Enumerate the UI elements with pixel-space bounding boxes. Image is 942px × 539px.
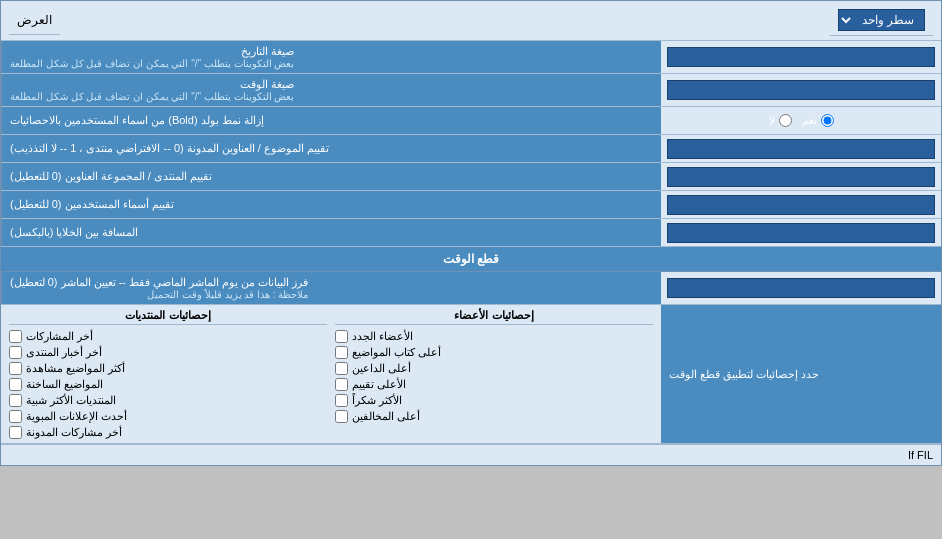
cb-top-violators-check[interactable] bbox=[335, 410, 348, 423]
sort-users-input[interactable]: 0 bbox=[667, 195, 935, 215]
bold-remove-label: إزالة نمط بولد (Bold) من اسماء المستخدمي… bbox=[1, 107, 661, 134]
select-area: سطر واحد سطرين ثلاثة أسطر bbox=[830, 5, 933, 36]
date-format-label: صيغة التاريخ بعض التكوينات يتطلب "/" الت… bbox=[1, 41, 661, 73]
cb-latest-classified: أحدث الإعلانات المبوية bbox=[9, 410, 327, 423]
sort-forum-label: تقييم المنتدى / المجموعة العناوين (0 للت… bbox=[1, 163, 661, 190]
time-cut-input-area: 0 bbox=[661, 272, 941, 304]
cell-spacing-input[interactable]: 2 bbox=[667, 223, 935, 243]
display-select[interactable]: سطر واحد سطرين ثلاثة أسطر bbox=[838, 9, 925, 31]
checkbox-col-forums: إحصائيات المنتديات أخر المشاركات أخر أخب… bbox=[5, 309, 331, 439]
cb-latest-classified-check[interactable] bbox=[9, 410, 22, 423]
cb-most-thanked-check[interactable] bbox=[335, 394, 348, 407]
cb-top-violators: أعلى المخالفين bbox=[335, 410, 653, 423]
cb-forum-news-check[interactable] bbox=[9, 346, 22, 359]
cb-hot-topics-check[interactable] bbox=[9, 378, 22, 391]
cb-latest-posts: أخر المشاركات bbox=[9, 330, 327, 343]
top-row: سطر واحد سطرين ثلاثة أسطر العرض bbox=[1, 1, 941, 41]
cb-latest-posts-check[interactable] bbox=[9, 330, 22, 343]
cb-new-members: الأعضاء الجدد bbox=[335, 330, 653, 343]
cb-most-thanked: الأكثر شكراً bbox=[335, 394, 653, 407]
cb-top-topic-writers-check[interactable] bbox=[335, 346, 348, 359]
section-header-time-cut: قطع الوقت bbox=[1, 247, 941, 272]
time-format-input[interactable]: H:i bbox=[667, 80, 935, 100]
cell-spacing-input-area: 2 bbox=[661, 219, 941, 246]
cb-top-rated-check[interactable] bbox=[335, 378, 348, 391]
bold-radio-group: نعم لا bbox=[761, 112, 842, 129]
radio-no-label: لا bbox=[769, 114, 792, 127]
cb-forum-news: أخر أخبار المنتدى bbox=[9, 346, 327, 359]
date-format-input[interactable]: d-m bbox=[667, 47, 935, 67]
col-header-forums: إحصائيات المنتديات bbox=[9, 309, 327, 325]
cb-top-rated: الأعلى تقييم bbox=[335, 378, 653, 391]
radio-no[interactable] bbox=[779, 114, 792, 127]
main-container: سطر واحد سطرين ثلاثة أسطر العرض d-m صيغة… bbox=[0, 0, 942, 466]
stats-label: حدد إحصائيات لتطبيق قطع الوقت bbox=[661, 305, 941, 443]
time-format-label: صيغة الوقت بعض التكوينات يتطلب "/" التي … bbox=[1, 74, 661, 106]
cb-hot-topics: المواضيع الساخنة bbox=[9, 378, 327, 391]
sort-forum-input[interactable]: 33 bbox=[667, 167, 935, 187]
sort-topics-label: تقييم الموضوع / العناوين المدونة (0 -- ا… bbox=[1, 135, 661, 162]
sort-forum-row: 33 تقييم المنتدى / المجموعة العناوين (0 … bbox=[1, 163, 941, 191]
radio-yes-label: نعم bbox=[802, 114, 834, 127]
cb-new-members-check[interactable] bbox=[335, 330, 348, 343]
time-format-row: H:i صيغة الوقت بعض التكوينات يتطلب "/" ا… bbox=[1, 74, 941, 107]
col-header-members: إحصائيات الأعضاء bbox=[335, 309, 653, 325]
bold-remove-input-area: نعم لا bbox=[661, 107, 941, 134]
time-cut-row: 0 فرز البيانات من يوم الماشر الماضي فقط … bbox=[1, 272, 941, 305]
sort-users-input-area: 0 bbox=[661, 191, 941, 218]
cb-most-viewed-check[interactable] bbox=[9, 362, 22, 375]
time-cut-input[interactable]: 0 bbox=[667, 278, 935, 298]
sort-users-label: تقييم أسماء المستخدمين (0 للتعطيل) bbox=[1, 191, 661, 218]
cb-most-popular-forums-check[interactable] bbox=[9, 394, 22, 407]
bottom-text: If FIL bbox=[1, 444, 941, 465]
time-format-input-area: H:i bbox=[661, 74, 941, 106]
cb-blog-posts: أخر مشاركات المدونة bbox=[9, 426, 327, 439]
checkbox-col-members: إحصائيات الأعضاء الأعضاء الجدد أعلى كتاب… bbox=[331, 309, 657, 439]
cb-top-inviters: أعلى الداعين bbox=[335, 362, 653, 375]
sort-topics-input-area: 33 bbox=[661, 135, 941, 162]
date-format-input-area: d-m bbox=[661, 41, 941, 73]
radio-yes[interactable] bbox=[821, 114, 834, 127]
cb-top-inviters-check[interactable] bbox=[335, 362, 348, 375]
cell-spacing-label: المسافة بين الخلايا (بالبكسل) bbox=[1, 219, 661, 246]
display-label: العرض bbox=[9, 7, 60, 35]
cb-top-topic-writers: أعلى كتاب المواضيع bbox=[335, 346, 653, 359]
cb-blog-posts-check[interactable] bbox=[9, 426, 22, 439]
cell-spacing-row: 2 المسافة بين الخلايا (بالبكسل) bbox=[1, 219, 941, 247]
sort-topics-row: 33 تقييم الموضوع / العناوين المدونة (0 -… bbox=[1, 135, 941, 163]
sort-forum-input-area: 33 bbox=[661, 163, 941, 190]
checkbox-columns: إحصائيات الأعضاء الأعضاء الجدد أعلى كتاب… bbox=[1, 305, 661, 443]
sort-topics-input[interactable]: 33 bbox=[667, 139, 935, 159]
checkboxes-section: حدد إحصائيات لتطبيق قطع الوقت إحصائيات ا… bbox=[1, 305, 941, 444]
bold-remove-row: نعم لا إزالة نمط بولد (Bold) من اسماء ال… bbox=[1, 107, 941, 135]
cb-most-viewed: أكثر المواضيع مشاهدة bbox=[9, 362, 327, 375]
sort-users-row: 0 تقييم أسماء المستخدمين (0 للتعطيل) bbox=[1, 191, 941, 219]
date-format-row: d-m صيغة التاريخ بعض التكوينات يتطلب "/"… bbox=[1, 41, 941, 74]
cb-most-popular-forums: المنتديات الأكثر شبية bbox=[9, 394, 327, 407]
time-cut-label: فرز البيانات من يوم الماشر الماضي فقط --… bbox=[1, 272, 661, 304]
